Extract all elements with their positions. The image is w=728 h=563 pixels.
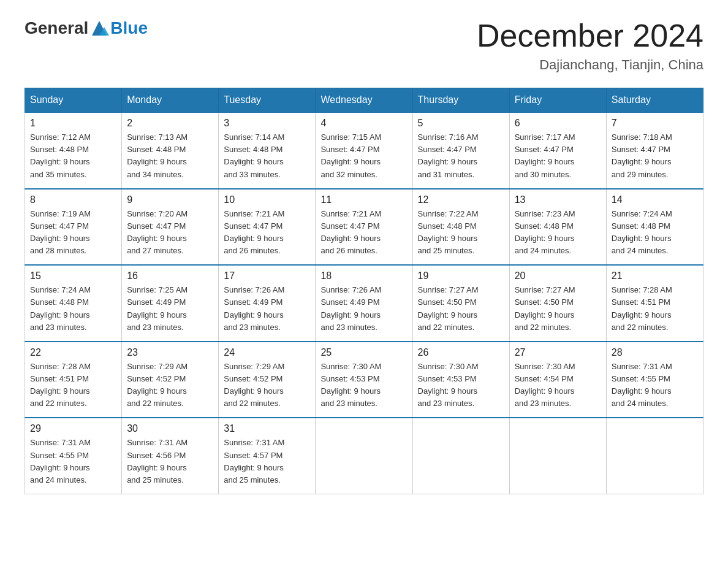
day-number: 7 (612, 118, 698, 129)
day-number: 3 (224, 118, 310, 129)
location-title: Dajianchang, Tianjin, China (477, 57, 703, 73)
day-info: Sunrise: 7:31 AMSunset: 4:55 PMDaylight:… (30, 437, 116, 486)
day-info: Sunrise: 7:15 AMSunset: 4:47 PMDaylight:… (320, 131, 407, 181)
day-info: Sunrise: 7:27 AMSunset: 4:50 PMDaylight:… (418, 284, 504, 334)
calendar-week-3: 15 Sunrise: 7:24 AMSunset: 4:48 PMDaylig… (25, 265, 703, 342)
day-number: 16 (127, 270, 213, 282)
header-wednesday: Wednesday (316, 88, 412, 113)
calendar-day-23: 23 Sunrise: 7:29 AMSunset: 4:52 PMDaylig… (122, 342, 219, 418)
logo-blue-text: Blue (110, 18, 148, 38)
day-info: Sunrise: 7:26 AMSunset: 4:49 PMDaylight:… (320, 284, 407, 334)
logo: General Blue (25, 18, 148, 38)
day-number: 15 (30, 270, 116, 282)
calendar-day-27: 27 Sunrise: 7:30 AMSunset: 4:54 PMDaylig… (509, 342, 606, 418)
calendar-day-17: 17 Sunrise: 7:26 AMSunset: 4:49 PMDaylig… (219, 265, 316, 342)
calendar-table: Sunday Monday Tuesday Wednesday Thursday… (25, 88, 703, 494)
calendar-day-14: 14 Sunrise: 7:24 AMSunset: 4:48 PMDaylig… (606, 189, 703, 266)
day-number: 24 (224, 347, 310, 358)
calendar-day-29: 29 Sunrise: 7:31 AMSunset: 4:55 PMDaylig… (25, 418, 122, 494)
day-number: 10 (224, 194, 310, 205)
title-area: December 2024 Dajianchang, Tianjin, Chin… (477, 18, 703, 73)
calendar-empty-cell (316, 418, 412, 494)
calendar-day-25: 25 Sunrise: 7:30 AMSunset: 4:53 PMDaylig… (316, 342, 412, 418)
day-info: Sunrise: 7:12 AMSunset: 4:48 PMDaylight:… (30, 131, 116, 181)
calendar-week-4: 22 Sunrise: 7:28 AMSunset: 4:51 PMDaylig… (25, 342, 703, 418)
day-info: Sunrise: 7:30 AMSunset: 4:53 PMDaylight:… (418, 361, 504, 410)
logo-general-text: General (25, 18, 88, 38)
day-number: 26 (418, 347, 504, 358)
header-thursday: Thursday (412, 88, 509, 113)
day-number: 2 (127, 118, 213, 129)
calendar-day-28: 28 Sunrise: 7:31 AMSunset: 4:55 PMDaylig… (606, 342, 703, 418)
day-info: Sunrise: 7:30 AMSunset: 4:54 PMDaylight:… (515, 361, 601, 410)
day-number: 5 (418, 118, 504, 129)
day-info: Sunrise: 7:29 AMSunset: 4:52 PMDaylight:… (224, 361, 310, 410)
day-number: 20 (515, 270, 601, 282)
calendar-day-24: 24 Sunrise: 7:29 AMSunset: 4:52 PMDaylig… (219, 342, 316, 418)
page-header: General Blue December 2024 Dajianchang, … (25, 18, 703, 73)
day-info: Sunrise: 7:23 AMSunset: 4:48 PMDaylight:… (515, 208, 601, 258)
calendar-day-6: 6 Sunrise: 7:17 AMSunset: 4:47 PMDayligh… (509, 112, 606, 189)
day-number: 6 (515, 118, 601, 129)
day-info: Sunrise: 7:21 AMSunset: 4:47 PMDaylight:… (224, 208, 310, 258)
day-info: Sunrise: 7:22 AMSunset: 4:48 PMDaylight:… (418, 208, 504, 258)
day-number: 17 (224, 270, 310, 282)
calendar-empty-cell (412, 418, 509, 494)
day-number: 23 (127, 347, 213, 358)
calendar-day-19: 19 Sunrise: 7:27 AMSunset: 4:50 PMDaylig… (412, 265, 509, 342)
calendar-day-15: 15 Sunrise: 7:24 AMSunset: 4:48 PMDaylig… (25, 265, 122, 342)
calendar-day-26: 26 Sunrise: 7:30 AMSunset: 4:53 PMDaylig… (412, 342, 509, 418)
day-info: Sunrise: 7:20 AMSunset: 4:47 PMDaylight:… (127, 208, 213, 258)
header-saturday: Saturday (606, 88, 703, 113)
day-info: Sunrise: 7:24 AMSunset: 4:48 PMDaylight:… (30, 284, 116, 334)
day-number: 25 (320, 347, 407, 358)
day-info: Sunrise: 7:25 AMSunset: 4:49 PMDaylight:… (127, 284, 213, 334)
day-number: 14 (612, 194, 698, 205)
day-info: Sunrise: 7:29 AMSunset: 4:52 PMDaylight:… (127, 361, 213, 410)
calendar-day-5: 5 Sunrise: 7:16 AMSunset: 4:47 PMDayligh… (412, 112, 509, 189)
day-info: Sunrise: 7:28 AMSunset: 4:51 PMDaylight:… (30, 361, 116, 410)
calendar-week-2: 8 Sunrise: 7:19 AMSunset: 4:47 PMDayligh… (25, 189, 703, 266)
header-monday: Monday (122, 88, 219, 113)
logo-icon (89, 18, 109, 38)
day-number: 4 (320, 118, 407, 129)
calendar-week-5: 29 Sunrise: 7:31 AMSunset: 4:55 PMDaylig… (25, 418, 703, 494)
day-number: 30 (127, 423, 213, 434)
day-info: Sunrise: 7:18 AMSunset: 4:47 PMDaylight:… (612, 131, 698, 181)
day-number: 29 (30, 423, 116, 434)
header-sunday: Sunday (25, 88, 122, 113)
calendar-day-20: 20 Sunrise: 7:27 AMSunset: 4:50 PMDaylig… (509, 265, 606, 342)
month-title: December 2024 (477, 18, 703, 53)
calendar-day-9: 9 Sunrise: 7:20 AMSunset: 4:47 PMDayligh… (122, 189, 219, 266)
calendar-day-13: 13 Sunrise: 7:23 AMSunset: 4:48 PMDaylig… (509, 189, 606, 266)
day-info: Sunrise: 7:21 AMSunset: 4:47 PMDaylight:… (320, 208, 407, 258)
day-number: 11 (320, 194, 407, 205)
calendar-day-16: 16 Sunrise: 7:25 AMSunset: 4:49 PMDaylig… (122, 265, 219, 342)
day-number: 31 (224, 423, 310, 434)
calendar-day-4: 4 Sunrise: 7:15 AMSunset: 4:47 PMDayligh… (316, 112, 412, 189)
calendar-day-11: 11 Sunrise: 7:21 AMSunset: 4:47 PMDaylig… (316, 189, 412, 266)
day-number: 18 (320, 270, 407, 282)
day-info: Sunrise: 7:26 AMSunset: 4:49 PMDaylight:… (224, 284, 310, 334)
header-tuesday: Tuesday (219, 88, 316, 113)
day-number: 19 (418, 270, 504, 282)
day-number: 12 (418, 194, 504, 205)
day-number: 22 (30, 347, 116, 358)
day-info: Sunrise: 7:30 AMSunset: 4:53 PMDaylight:… (320, 361, 407, 410)
day-number: 1 (30, 118, 116, 129)
calendar-day-31: 31 Sunrise: 7:31 AMSunset: 4:57 PMDaylig… (219, 418, 316, 494)
day-info: Sunrise: 7:14 AMSunset: 4:48 PMDaylight:… (224, 131, 310, 181)
calendar-day-18: 18 Sunrise: 7:26 AMSunset: 4:49 PMDaylig… (316, 265, 412, 342)
day-info: Sunrise: 7:17 AMSunset: 4:47 PMDaylight:… (515, 131, 601, 181)
day-number: 28 (612, 347, 698, 358)
day-number: 8 (30, 194, 116, 205)
day-info: Sunrise: 7:31 AMSunset: 4:56 PMDaylight:… (127, 437, 213, 486)
weekday-header-row: Sunday Monday Tuesday Wednesday Thursday… (25, 88, 703, 113)
day-info: Sunrise: 7:31 AMSunset: 4:57 PMDaylight:… (224, 437, 310, 486)
calendar-day-12: 12 Sunrise: 7:22 AMSunset: 4:48 PMDaylig… (412, 189, 509, 266)
calendar-day-3: 3 Sunrise: 7:14 AMSunset: 4:48 PMDayligh… (219, 112, 316, 189)
day-info: Sunrise: 7:16 AMSunset: 4:47 PMDaylight:… (418, 131, 504, 181)
calendar-day-2: 2 Sunrise: 7:13 AMSunset: 4:48 PMDayligh… (122, 112, 219, 189)
calendar-day-8: 8 Sunrise: 7:19 AMSunset: 4:47 PMDayligh… (25, 189, 122, 266)
day-info: Sunrise: 7:13 AMSunset: 4:48 PMDaylight:… (127, 131, 213, 181)
